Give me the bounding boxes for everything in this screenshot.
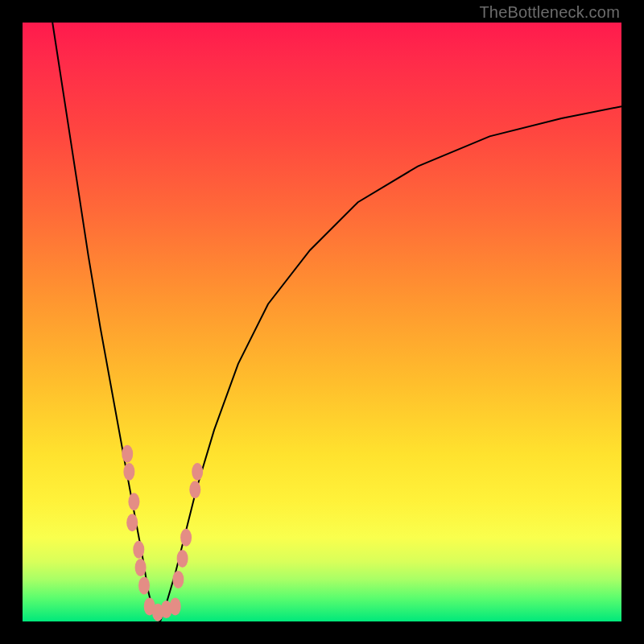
data-marker	[122, 445, 133, 463]
watermark-text: TheBottleneck.com	[479, 3, 620, 22]
right-curve	[160, 106, 621, 621]
chart-frame: TheBottleneck.com	[0, 0, 644, 644]
data-marker	[126, 514, 138, 531]
data-marker	[189, 481, 200, 498]
data-marker	[138, 576, 150, 594]
data-marker	[123, 463, 134, 481]
data-marker	[172, 571, 184, 588]
data-marker	[177, 550, 188, 568]
data-marker	[192, 463, 203, 481]
data-marker	[135, 559, 147, 576]
chart-svg	[23, 23, 621, 621]
data-marker	[133, 541, 144, 559]
data-marker	[180, 529, 192, 547]
data-marker	[128, 493, 139, 510]
plot-area	[23, 23, 621, 621]
data-marker	[170, 597, 181, 615]
marker-group	[122, 445, 203, 621]
left-curve	[52, 23, 160, 621]
